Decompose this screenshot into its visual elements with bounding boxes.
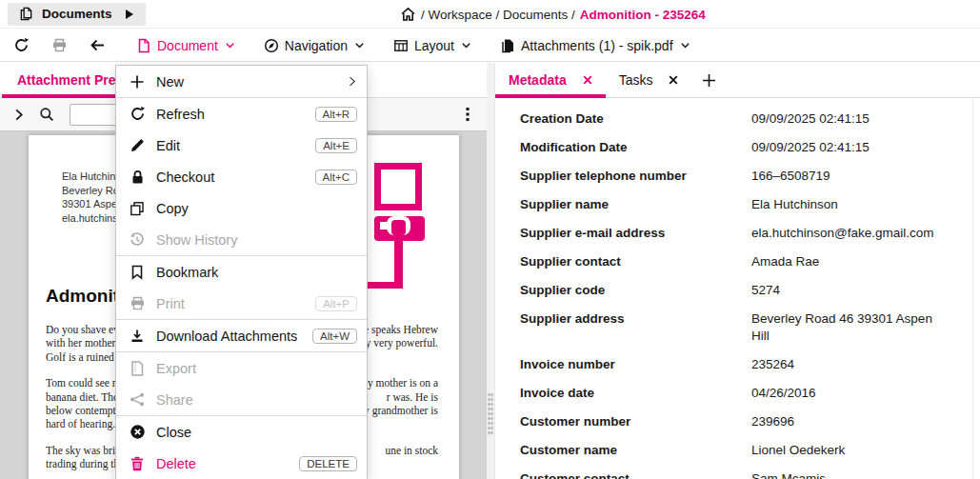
toolbar-menu-label: Document — [157, 38, 218, 53]
field-value: Amada Rae — [751, 253, 953, 270]
pdf-sidebar-toggle-button[interactable] — [4, 98, 32, 130]
refresh-button[interactable] — [2, 30, 40, 62]
export-icon — [128, 361, 147, 376]
menu-item-checkout[interactable]: CheckoutAlt+C — [116, 161, 367, 192]
print-button[interactable] — [40, 30, 78, 62]
field-value: 239696 — [751, 413, 953, 430]
field-value: 166–6508719 — [751, 168, 953, 185]
menu-item-show-history: Show History — [116, 224, 367, 255]
tab-label: Tasks — [619, 72, 653, 88]
menu-item-label: Copy — [156, 201, 357, 216]
shortcut-badge: Alt+W — [312, 329, 357, 344]
menu-item-label: Show History — [156, 232, 357, 248]
metadata-row-supplier-name: Supplier nameEla Hutchinson — [520, 190, 980, 219]
field-label: Supplier code — [520, 282, 751, 299]
copy-icon — [128, 201, 147, 216]
line-right-fragment: une in stock — [385, 444, 438, 457]
document-icon — [136, 38, 151, 53]
compass-icon — [264, 38, 279, 53]
chevron-down-icon — [225, 40, 235, 50]
field-label: Supplier telephone number — [520, 168, 751, 185]
metadata-row-modification-date: Modification Date09/09/2025 02:41:15 — [520, 133, 980, 162]
scrollbar-track[interactable] — [972, 98, 973, 479]
menu-item-refresh[interactable]: RefreshAlt+R — [116, 98, 367, 130]
menu-item-new[interactable]: New — [116, 66, 367, 97]
chevron-down-icon — [680, 40, 690, 50]
shortcut-badge: Alt+R — [315, 107, 357, 122]
field-label: Customer number — [520, 413, 751, 430]
field-label: Supplier name — [520, 196, 751, 213]
field-value: Ela Hutchinson — [751, 196, 953, 213]
toolbar-menu-label: Attachments (1) - spik.pdf — [521, 38, 673, 53]
menu-item-label: Refresh — [156, 107, 306, 122]
history-icon — [128, 232, 147, 248]
line-right-fragment: e speaks Hebrew — [364, 323, 438, 336]
menu-item-close[interactable]: Close — [116, 416, 367, 448]
close-tab-icon[interactable] — [669, 75, 678, 85]
metadata-row-supplier-code: Supplier code5274 — [520, 276, 980, 305]
breadcrumb: / Workspace / Documents / Admonition - 2… — [400, 0, 706, 29]
toolbar-menu-document[interactable]: Document — [128, 30, 244, 62]
field-label: Supplier e-mail address — [520, 225, 751, 242]
field-value: 09/09/2025 02:41:15 — [751, 139, 953, 156]
pdf-more-options-button[interactable] — [458, 98, 477, 130]
menu-item-bookmark[interactable]: Bookmark — [116, 256, 367, 288]
field-value: Sam Mcamis — [751, 470, 953, 479]
chevron-down-icon — [461, 40, 471, 50]
panel-divider[interactable] — [487, 63, 494, 479]
metadata-row-supplier-telephone-number: Supplier telephone number166–6508719 — [520, 162, 980, 190]
main-toolbar: DocumentNavigationLayoutAttachments (1) … — [0, 30, 980, 62]
add-tab-button[interactable] — [702, 63, 716, 97]
toolbar-menu-navigation[interactable]: Navigation — [255, 30, 373, 62]
metadata-row-creation-date: Creation Date09/09/2025 02:41:15 — [520, 105, 980, 133]
toolbar-menu-label: Layout — [414, 38, 454, 53]
tab-metadata[interactable]: Metadata — [495, 63, 606, 97]
field-label: Invoice number — [520, 356, 751, 373]
toolbar-menu-layout[interactable]: Layout — [385, 30, 480, 62]
document-context-menu: NewRefreshAlt+REditAlt+ECheckoutAlt+CCop… — [115, 65, 368, 479]
menu-item-copy[interactable]: Copy — [116, 192, 367, 224]
tab-tasks[interactable]: Tasks — [606, 63, 692, 97]
menu-item-delete[interactable]: DeleteDELETE — [116, 448, 367, 479]
field-value: 04/26/2016 — [751, 385, 953, 402]
chevron-right-icon — [12, 109, 25, 121]
arrow-left-icon — [90, 37, 106, 53]
field-label: Modification Date — [520, 139, 751, 156]
field-label: Supplier contact — [520, 253, 751, 270]
field-label: Creation Date — [520, 110, 751, 128]
metadata-row-supplier-address: Supplier addressBeverley Road 46 39301 A… — [520, 305, 980, 350]
line-right-fragment: y grandmother is — [364, 404, 438, 417]
menu-item-download-attachments[interactable]: Download AttachmentsAlt+W — [116, 320, 367, 351]
metadata-row-customer-name: Customer nameLionel Oedekerk — [520, 436, 980, 465]
toolbar-menu-attachments-1-spik-pdf[interactable]: Attachments (1) - spik.pdf — [491, 30, 699, 62]
metadata-row-customer-number: Customer number239696 — [520, 408, 980, 436]
breadcrumb-path[interactable]: / Workspace / Documents / — [421, 8, 575, 22]
close-tab-icon[interactable] — [583, 75, 592, 85]
menu-item-label: Export — [156, 361, 357, 376]
documents-tab-label: Documents — [42, 7, 112, 21]
menu-item-label: Edit — [156, 138, 306, 153]
metadata-row-invoice-number: Invoice number235264 — [520, 350, 980, 379]
trash-icon — [128, 456, 147, 471]
menu-item-label: Close — [156, 425, 357, 440]
metadata-row-supplier-e-mail-address: Supplier e-mail addressela.hutchinson@fa… — [520, 219, 980, 248]
back-button[interactable] — [78, 30, 116, 62]
menu-item-export: Export — [116, 352, 367, 384]
menu-item-edit[interactable]: EditAlt+E — [116, 130, 367, 161]
line-right-fragment: My mother is on a — [358, 376, 438, 389]
menu-item-label: Bookmark — [156, 265, 357, 280]
pdf-search-button[interactable] — [32, 98, 61, 130]
field-label: Invoice date — [520, 385, 751, 402]
play-icon — [125, 9, 134, 20]
menu-item-label: Share — [156, 392, 357, 408]
divider-drag-handle — [488, 392, 493, 436]
field-value: 09/09/2025 02:41:15 — [751, 110, 953, 128]
shortcut-badge: DELETE — [299, 456, 357, 471]
attachment-pages-icon — [500, 38, 515, 53]
documents-tab[interactable]: Documents — [8, 3, 146, 26]
tab-label: Metadata — [509, 72, 567, 88]
menu-item-label: New — [156, 74, 337, 90]
pencil-icon — [128, 138, 147, 153]
field-label: Customer contact — [520, 470, 751, 479]
home-icon[interactable] — [400, 7, 416, 22]
